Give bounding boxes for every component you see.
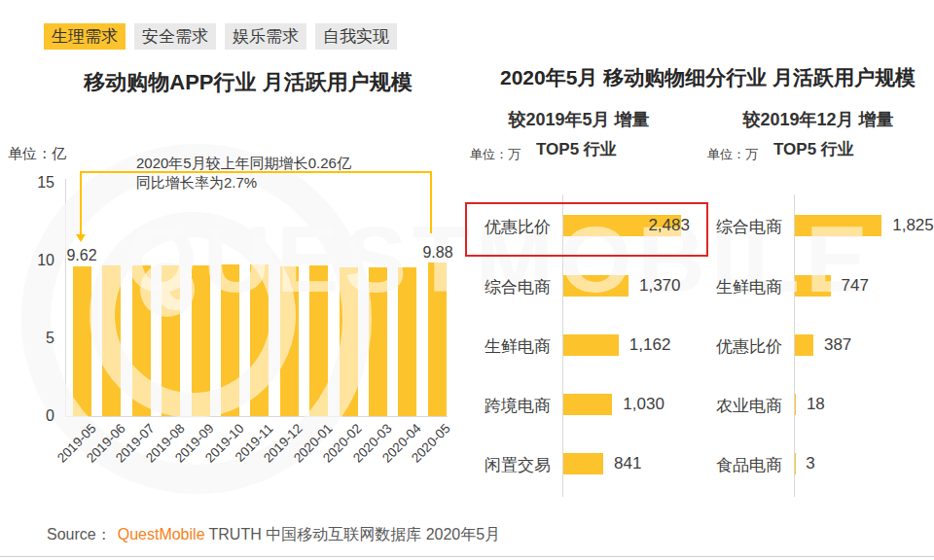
left-chart-x-axis <box>65 416 448 417</box>
middle-chart-scope: TOP5 行业 <box>536 138 617 160</box>
need-tag[interactable]: 娱乐需求 <box>225 23 306 50</box>
growth-annotation-line2: 同比增长率为2.7% <box>136 173 351 192</box>
source-rest: TRUTH 中国移动互联网数据库 2020年5月 <box>209 526 501 542</box>
bar-2019-11 <box>250 264 269 416</box>
bar-2019-05 <box>73 266 91 416</box>
left-chart-unit: 单位：亿 <box>8 145 66 163</box>
bar-2020-05 <box>428 262 447 416</box>
annotation-bracket-right-line <box>430 171 432 233</box>
annotation-arrow-icon <box>76 234 86 242</box>
bar-2020-03 <box>369 267 387 416</box>
bar-2019-08 <box>162 265 180 416</box>
middle-bar-生鲜电商 <box>563 334 619 356</box>
first-bar-value-label: 9.62 <box>53 247 111 264</box>
bar-2019-06 <box>102 265 121 416</box>
middle-chart-subtitle: 较2019年5月 增量 <box>457 108 700 131</box>
right-chart-subtitle: 较2019年12月 增量 <box>697 108 934 131</box>
middle-bar-闲置交易 <box>563 453 603 474</box>
right-bar-优惠比价 <box>795 334 813 356</box>
bar-2019-07 <box>132 265 151 416</box>
left-chart-title: 移动购物APP行业 月活跃用户规模 <box>54 68 443 97</box>
right-bar-综合电商 <box>795 215 881 236</box>
left-chart-y-axis <box>65 179 66 417</box>
annotation-bracket-left-line <box>80 171 82 235</box>
report-page: QUESTMOBILE QUESTMOBILE 生理需求安全需求娱乐需求自我实现… <box>0 0 934 560</box>
growth-annotation-line1: 2020年5月较上年同期增长0.26亿 <box>136 154 351 173</box>
bar-2019-09 <box>192 265 210 416</box>
bar-2020-02 <box>340 267 358 416</box>
middle-bar-跨境电商 <box>563 394 612 415</box>
bar-2020-04 <box>398 267 416 416</box>
middle-bar-综合电商 <box>563 275 629 297</box>
bottom-divider <box>0 556 934 557</box>
right-bar-生鲜电商 <box>795 275 831 297</box>
bar-2019-12 <box>280 266 299 416</box>
growth-annotation: 2020年5月较上年同期增长0.26亿 同比增长率为2.7% <box>136 154 351 192</box>
need-tag[interactable]: 生理需求 <box>44 23 126 50</box>
need-tag[interactable]: 安全需求 <box>134 23 216 50</box>
right-bar-农业电商 <box>795 394 796 415</box>
right-chart-scope: TOP5 行业 <box>773 138 854 160</box>
last-bar-value-label: 9.88 <box>409 244 467 262</box>
highlight-red-box <box>465 202 708 257</box>
middle-chart-unit: 单位：万 <box>470 146 521 163</box>
bar-2020-01 <box>309 265 328 416</box>
source-brand: QuestMobile <box>118 526 205 542</box>
right-section-title: 2020年5月 移动购物细分行业 月活跃用户规模 <box>482 64 934 91</box>
need-tags-row: 生理需求安全需求娱乐需求自我实现 <box>44 23 397 50</box>
right-chart-unit: 单位：万 <box>707 146 758 163</box>
source-prefix: Source： <box>47 526 112 542</box>
right-chart-axis <box>794 194 795 497</box>
bar-2019-10 <box>221 264 239 416</box>
need-tag[interactable]: 自我实现 <box>315 23 397 50</box>
source-line: Source：QuestMobileTRUTH 中国移动互联网数据库 2020年… <box>47 525 500 545</box>
